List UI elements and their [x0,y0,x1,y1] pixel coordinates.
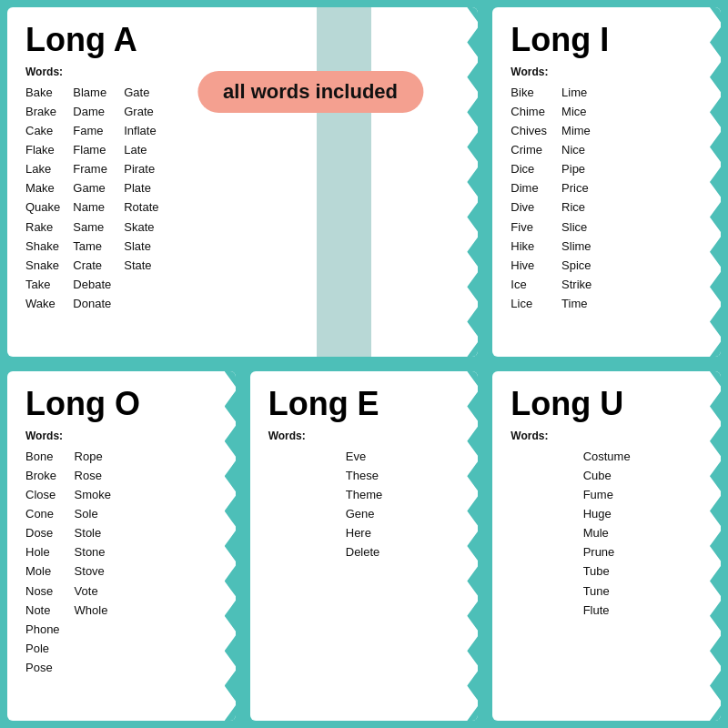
word-item: Bike [511,84,547,102]
long-e-words-label: Words: [268,430,460,442]
word-item: Mice [561,103,592,121]
word-item: Flute [583,602,631,620]
word-item: These [346,467,382,485]
word-item: Hive [511,257,547,275]
word-item: Sole [75,505,111,523]
word-item: Plate [124,179,158,197]
long-i-words-label: Words: [511,66,703,78]
word-item: Rice [561,198,592,217]
word-item: Vote [75,582,111,601]
word-item: Inflate [124,122,158,140]
word-item: Fame [73,122,111,140]
word-item: Close [25,486,60,504]
long-u-words-label: Words: [511,430,703,442]
long-a-title: Long A [25,22,460,58]
word-item: Nose [25,582,60,601]
word-item: Blame [73,84,111,102]
word-item: Snake [25,257,60,275]
word-item: Lake [25,160,60,178]
long-a-card: Long A Words: BakeBrakeCakeFlakeLakeMake… [7,7,478,357]
word-item: Stole [75,524,111,542]
word-item: Rake [25,218,60,237]
word-item: Huge [583,505,631,523]
word-item: Broke [25,467,60,485]
long-e-title: Long E [268,386,460,422]
long-o-word-columns: BoneBrokeCloseConeDoseHoleMoleNoseNotePh… [25,448,217,678]
word-item: Grate [124,103,158,121]
word-item: Cake [25,122,60,140]
word-item: Late [124,141,158,159]
word-item: Debate [73,276,111,294]
word-item: Pole [25,640,60,658]
long-o-card: Long O Words: BoneBrokeCloseConeDoseHole… [7,371,236,721]
long-a-col1: BakeBrakeCakeFlakeLakeMakeQuakeRakeShake… [25,84,60,314]
word-item: Lice [511,295,547,313]
word-item: Name [73,198,111,217]
word-item: Mime [561,122,592,140]
word-item: Rose [75,467,111,485]
word-item: Same [73,218,111,237]
long-u-card: Long U Words: CostumeCubeFumeHugeMulePru… [492,371,721,721]
long-a-word-columns: BakeBrakeCakeFlakeLakeMakeQuakeRakeShake… [25,84,460,314]
long-i-col1: BikeChimeChivesCrimeDiceDimeDiveFiveHike… [511,84,547,314]
word-item: Gene [346,505,382,523]
word-item: Pose [25,659,60,677]
word-item: Pirate [124,160,158,178]
word-item: Here [346,524,382,542]
word-item: Game [73,179,111,197]
word-item: Tube [583,562,631,581]
word-item: Price [561,179,592,197]
word-item: Wake [25,295,60,313]
word-item: Dose [25,524,60,542]
word-item: Chives [511,122,547,140]
long-o-col1: BoneBrokeCloseConeDoseHoleMoleNoseNotePh… [25,448,60,678]
long-u-word-columns: CostumeCubeFumeHugeMulePruneTubeTuneFlut… [511,448,703,620]
word-item: Brake [25,103,60,121]
long-u-title: Long U [511,386,703,422]
word-item: Slate [124,238,158,256]
word-item: Flame [73,141,111,159]
word-item: Quake [25,198,60,217]
word-item: Phone [25,621,60,639]
word-item: Delete [346,543,382,561]
word-item: Smoke [75,486,111,504]
long-a-col2: BlameDameFameFlameFrameGameNameSameTameC… [73,84,111,314]
word-item: Slice [561,218,592,237]
word-item: Crate [73,257,111,275]
long-i-title: Long I [511,22,703,58]
word-item: Mule [583,524,631,542]
word-item: Dice [511,160,547,178]
word-item: Tune [583,582,631,601]
word-item: State [124,257,158,275]
word-item: Bake [25,84,60,102]
long-i-word-columns: BikeChimeChivesCrimeDiceDimeDiveFiveHike… [511,84,703,314]
word-item: Rope [75,448,111,466]
word-item: Five [511,218,547,237]
word-item: Donate [73,295,111,313]
word-item: Time [561,295,592,313]
word-item: Ice [511,276,547,294]
long-o-title: Long O [25,386,217,422]
word-item: Flake [25,141,60,159]
word-item: Frame [73,160,111,178]
word-item: Slime [561,238,592,256]
word-item: Dime [511,179,547,197]
long-i-card: Long I Words: BikeChimeChivesCrimeDiceDi… [492,7,721,357]
word-item: Cone [25,505,60,523]
word-item: Gate [124,84,158,102]
long-i-col2: LimeMiceMimeNicePipePriceRiceSliceSlimeS… [561,84,592,314]
word-item: Costume [583,448,631,466]
word-item: Note [25,602,60,620]
word-item: Spice [561,257,592,275]
long-e-col1: EveTheseThemeGeneHereDelete [346,448,382,562]
long-e-card: Long E Words: EveTheseThemeGeneHereDelet… [250,371,479,721]
word-item: Crime [511,141,547,159]
word-item: Rotate [124,198,158,217]
word-item: Fume [583,486,631,504]
word-item: Make [25,179,60,197]
long-e-word-columns: EveTheseThemeGeneHereDelete [268,448,460,562]
word-item: Take [25,276,60,294]
word-item: Pipe [561,160,592,178]
word-item: Stove [75,562,111,581]
word-item: Nice [561,141,592,159]
